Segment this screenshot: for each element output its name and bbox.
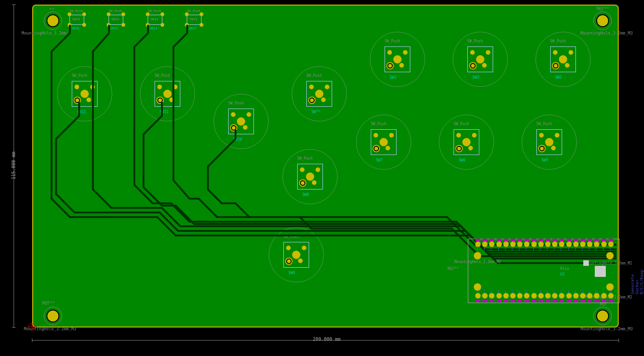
- pico-tick: [596, 248, 596, 251]
- pad-center: [163, 90, 172, 98]
- arcade-button[interactable]: SW_Push SW5: [530, 123, 569, 161]
- pad-ring: [553, 63, 558, 69]
- pad: [286, 246, 291, 250]
- small-switch[interactable]: SW_Push SW13 SM13: [185, 10, 203, 29]
- pico-castellation: [574, 239, 578, 241]
- pad: [185, 12, 189, 16]
- sw-label: SW_Push: [69, 9, 83, 13]
- pico-tick: [568, 248, 569, 251]
- arcade-button[interactable]: SW_Push SW12: [65, 75, 104, 113]
- pico-pin: [503, 293, 509, 299]
- pico-castellation: [559, 239, 564, 241]
- sw-ref: SW15: [111, 17, 119, 21]
- pico-tick: [561, 248, 561, 251]
- pad-ring: [286, 258, 292, 264]
- ref-label: REF**: [42, 301, 55, 305]
- pad: [325, 85, 329, 89]
- pico-castellation: [524, 239, 529, 241]
- arcade-button[interactable]: SW_Push SW9: [277, 235, 316, 274]
- pad: [316, 167, 320, 172]
- arcade-button[interactable]: SW_Push SW7: [364, 123, 403, 161]
- small-switch[interactable]: SW_Push SW16 SM16: [68, 10, 86, 29]
- pico-castellation: [504, 299, 508, 302]
- arcade-button[interactable]: SW_Push SW1: [544, 40, 582, 79]
- label: SW_Push: [467, 39, 483, 43]
- pad: [68, 23, 71, 27]
- pad-ring: [300, 180, 305, 186]
- sw-id: SM14: [150, 27, 157, 30]
- pad: [482, 63, 487, 68]
- label: SW_Push: [297, 156, 313, 161]
- pad: [569, 50, 573, 55]
- sw-ref: SW16: [72, 17, 80, 21]
- ref: SW6: [459, 158, 465, 162]
- pad: [302, 246, 306, 250]
- pad: [399, 63, 404, 68]
- pico-castellation: [602, 239, 606, 241]
- pico-tick: [603, 290, 604, 293]
- pico-castellation: [504, 239, 508, 241]
- arcade-button[interactable]: SW_Push SW**: [300, 75, 339, 113]
- pico-castellation: [497, 299, 501, 302]
- pico-tick: [505, 290, 506, 293]
- pad: [555, 133, 559, 138]
- pico-castellation: [587, 299, 592, 302]
- pad: [385, 146, 390, 150]
- ref: SW8: [302, 193, 309, 197]
- ref: SW10: [233, 138, 242, 142]
- pad: [300, 167, 305, 172]
- arcade-button[interactable]: SW_Push SW10: [222, 102, 260, 141]
- pad: [68, 12, 71, 16]
- pad: [90, 85, 95, 89]
- label: SW_Push: [228, 101, 244, 105]
- label: SW_Push: [155, 74, 170, 78]
- small-switch[interactable]: SW_Push SW15 SM15: [107, 10, 125, 29]
- pad: [146, 23, 150, 27]
- pad: [75, 85, 79, 89]
- pico-castellation: [559, 299, 564, 302]
- pad: [374, 133, 378, 138]
- ref-label: REF**: [597, 6, 609, 11]
- arcade-button[interactable]: SW_Push SW3: [378, 40, 417, 79]
- pad-center: [559, 55, 567, 63]
- pad: [231, 112, 236, 117]
- pcb-board[interactable]: MountingHole_3.2mm ** MountingHole_3.2mm…: [32, 5, 619, 327]
- pico-tick: [610, 248, 610, 251]
- pad-ring: [539, 146, 545, 151]
- arcade-button[interactable]: SW_Push SW11: [148, 75, 187, 113]
- ref: SW12: [77, 110, 86, 114]
- pico-pin: [580, 293, 586, 299]
- pico-tick: [519, 248, 519, 251]
- pad-center: [476, 55, 484, 63]
- arcade-button[interactable]: SW_Push SW8: [291, 157, 329, 196]
- pad: [321, 98, 326, 102]
- pico-castellation: [567, 239, 571, 241]
- pico-castellation: [524, 299, 529, 302]
- pico-castellation: [483, 239, 487, 241]
- pad-center: [393, 55, 402, 63]
- dim-width: 209.000 mm: [313, 337, 340, 342]
- ref: SW**: [311, 110, 320, 114]
- pico-tick: [477, 290, 477, 293]
- pico-castellation: [594, 299, 599, 302]
- pico-castellation: [546, 239, 550, 241]
- pico-castellation: [552, 299, 557, 302]
- pico-tick: [498, 290, 499, 293]
- small-switch[interactable]: SW_Push SW14 SM14: [146, 10, 164, 29]
- sw-label: SW_Push: [109, 9, 122, 13]
- pico-castellation: [567, 299, 571, 302]
- pico-tick: [540, 248, 540, 251]
- sw-ref: SW13: [190, 17, 197, 21]
- label: SW_Push: [536, 122, 552, 126]
- arcade-button[interactable]: SW_Push SW6: [447, 123, 486, 161]
- pico-pin: [503, 241, 509, 247]
- pico-tick: [491, 248, 491, 251]
- pico-castellation: [489, 239, 494, 241]
- mh-label: MountingHole_3.2mm_M3: [581, 327, 633, 331]
- arcade-button[interactable]: SW_Push SW2: [461, 40, 500, 79]
- ref: SW5: [541, 158, 548, 162]
- pico-castellation: [511, 239, 515, 241]
- pad: [82, 12, 86, 16]
- pico-pin: [545, 241, 551, 247]
- pico-u1: U1: [560, 272, 565, 276]
